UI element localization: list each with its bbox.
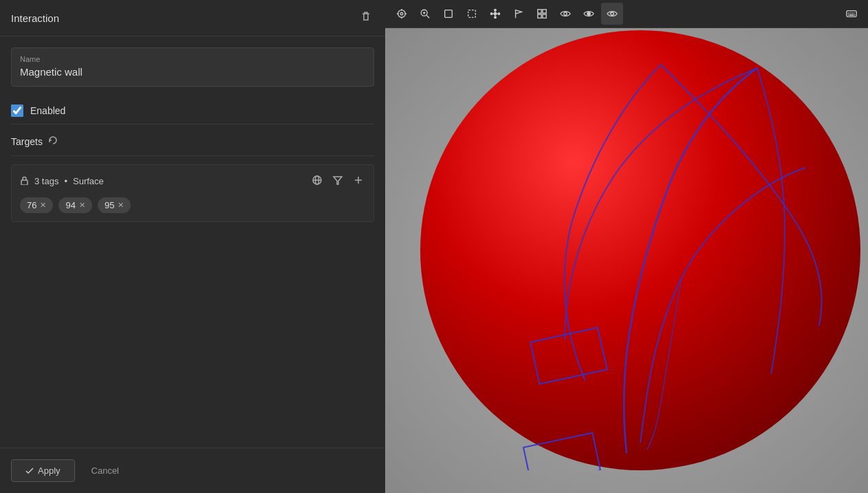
svg-rect-18: [468, 10, 476, 18]
eye-alt-tool-button[interactable]: [578, 3, 600, 25]
tag-95-remove[interactable]: ✕: [118, 201, 124, 209]
tag-count-text: 3 tags: [34, 176, 58, 186]
svg-rect-30: [543, 10, 546, 13]
svg-point-34: [587, 12, 590, 15]
box-dashed-tool-button[interactable]: [461, 3, 483, 25]
panel-title: Interaction: [11, 12, 59, 24]
filter-button[interactable]: [331, 173, 345, 189]
tag-76: 76 ✕: [20, 197, 53, 213]
svg-point-7: [398, 10, 406, 18]
panel-footer: Apply Cancel: [0, 448, 385, 493]
svg-rect-29: [538, 10, 541, 13]
svg-rect-17: [445, 10, 453, 18]
tag-95-label: 95: [105, 200, 114, 210]
enabled-row: Enabled: [11, 98, 374, 124]
tags-row: 76 ✕ 94 ✕ 95 ✕: [20, 197, 365, 213]
nodes-tool-button[interactable]: [484, 3, 506, 25]
separator: •: [64, 176, 67, 186]
svg-point-19: [494, 12, 497, 15]
tag-94: 94 ✕: [58, 197, 91, 213]
name-value: Magnetic wall: [20, 66, 365, 78]
sphere: [420, 30, 860, 470]
add-target-button[interactable]: [351, 173, 365, 189]
sphere-lines: [420, 30, 860, 470]
left-panel: Interaction Name Magnetic wall Enabled T…: [0, 0, 385, 493]
svg-line-14: [426, 15, 429, 18]
targets-header: Targets: [11, 135, 374, 156]
targets-title: Targets: [11, 136, 43, 147]
surface-label: Surface: [73, 176, 104, 186]
svg-point-8: [400, 12, 403, 15]
enabled-checkbox[interactable]: [11, 105, 23, 117]
svg-rect-36: [847, 11, 856, 17]
svg-point-21: [498, 13, 500, 15]
viewport[interactable]: [385, 28, 868, 493]
panel-content: Name Magnetic wall Enabled Targets: [0, 36, 385, 448]
name-label: Name: [20, 55, 365, 63]
panel-header: Interaction: [0, 0, 385, 36]
apply-label: Apply: [38, 465, 61, 476]
grid-tool-button[interactable]: [531, 3, 553, 25]
apply-button[interactable]: Apply: [11, 459, 75, 482]
eye-selected-tool-button[interactable]: [601, 3, 623, 25]
cancel-button[interactable]: Cancel: [83, 460, 127, 481]
flag-tool-button[interactable]: [508, 3, 530, 25]
target-tool-button[interactable]: [391, 3, 413, 25]
svg-rect-32: [543, 14, 546, 18]
toolbar-left: [391, 3, 623, 25]
svg-point-35: [611, 12, 614, 15]
targets-info-row: 3 tags • Surface: [20, 173, 365, 189]
tag-95: 95 ✕: [98, 197, 131, 213]
tag-94-label: 94: [65, 200, 75, 210]
delete-button[interactable]: [358, 10, 374, 26]
toolbar-right: [840, 3, 862, 25]
svg-marker-4: [334, 177, 342, 184]
tag-76-remove[interactable]: ✕: [40, 201, 46, 209]
svg-rect-0: [21, 180, 28, 185]
box-tool-button[interactable]: [437, 3, 459, 25]
svg-point-23: [495, 17, 497, 19]
eye-tool-button[interactable]: [554, 3, 576, 25]
right-panel: [385, 0, 868, 493]
svg-point-20: [490, 13, 492, 15]
name-section: Name Magnetic wall: [11, 47, 374, 87]
cancel-label: Cancel: [91, 465, 119, 476]
svg-point-22: [495, 9, 497, 11]
toolbar: [385, 0, 868, 28]
targets-content: 3 tags • Surface: [11, 164, 374, 222]
targets-info-right: [310, 173, 365, 189]
targets-info-left: 3 tags • Surface: [20, 176, 104, 187]
svg-point-33: [564, 12, 567, 15]
lock-icon: [20, 176, 29, 187]
keyboard-button[interactable]: [840, 3, 862, 25]
globe-button[interactable]: [310, 173, 324, 189]
refresh-icon[interactable]: [48, 135, 58, 147]
tag-94-remove[interactable]: ✕: [79, 201, 85, 209]
tag-76-label: 76: [27, 200, 36, 210]
enabled-label: Enabled: [30, 105, 65, 116]
zoom-tool-button[interactable]: [414, 3, 436, 25]
svg-rect-31: [538, 14, 541, 18]
sphere-container: [420, 30, 860, 470]
